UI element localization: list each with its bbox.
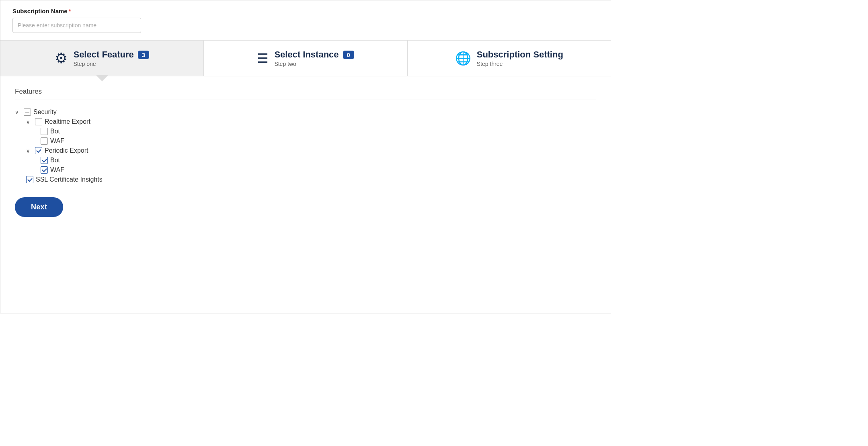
checkbox-waf-pe[interactable] <box>41 166 48 174</box>
globe-icon: 🌐 <box>455 52 471 65</box>
checkbox-waf-rt[interactable] <box>41 137 48 145</box>
step-select-feature[interactable]: ⚙ Select Feature 3 Step one <box>0 41 204 76</box>
checkbox-periodic-export[interactable] <box>35 147 42 154</box>
step-sub-1: Step one <box>73 61 149 67</box>
step-title-1: Select Feature <box>73 49 133 60</box>
label-security: Security <box>33 108 57 116</box>
step-arrow-1 <box>96 76 108 82</box>
tree-row-waf-pe: WAF <box>15 165 596 175</box>
feature-tree: ∨ Security ∨ Realtime Export Bot WAF ∨ P… <box>15 107 596 184</box>
chevron-realtime-export[interactable]: ∨ <box>26 119 33 125</box>
checkbox-bot-pe[interactable] <box>41 157 48 164</box>
next-button[interactable]: Next <box>15 197 63 217</box>
field-label-text: Subscription Name <box>12 8 68 14</box>
step-title-row-1: Select Feature 3 <box>73 49 149 60</box>
checkbox-ssl[interactable] <box>26 176 33 183</box>
step-info-select-instance: Select Instance 0 Step two <box>274 49 354 67</box>
tree-row-security: ∨ Security <box>15 107 596 117</box>
step-title-3: Subscription Setting <box>477 49 563 60</box>
list-icon: ☰ <box>257 52 269 65</box>
tree-row-waf-rt: WAF <box>15 136 596 146</box>
step-subscription-setting[interactable]: 🌐 Subscription Setting Step three <box>408 41 611 76</box>
step-sub-3: Step three <box>477 61 563 67</box>
chevron-periodic-export[interactable]: ∨ <box>26 148 33 154</box>
chevron-security[interactable]: ∨ <box>15 109 21 115</box>
step-badge-2: 0 <box>343 51 354 59</box>
label-periodic-export: Periodic Export <box>45 147 88 154</box>
tree-row-bot-rt: Bot <box>15 127 596 136</box>
features-label: Features <box>15 88 596 96</box>
step-title-row-2: Select Instance 0 <box>274 49 354 60</box>
step-info-select-feature: Select Feature 3 Step one <box>73 49 149 67</box>
checkbox-security[interactable] <box>24 108 31 116</box>
subscription-name-input[interactable] <box>12 18 141 33</box>
tree-row-bot-pe: Bot <box>15 155 596 165</box>
tree-row-periodic-export: ∨ Periodic Export <box>15 146 596 155</box>
step-title-row-3: Subscription Setting <box>477 49 563 60</box>
label-bot-rt: Bot <box>50 128 60 135</box>
field-label: Subscription Name* <box>12 8 599 14</box>
tree-row-ssl: SSL Certificate Insights <box>15 175 596 184</box>
main-content: Features ∨ Security ∨ Realtime Export Bo… <box>0 76 611 228</box>
gear-icon: ⚙ <box>55 51 68 65</box>
subscription-name-section: Subscription Name* <box>0 0 611 41</box>
label-ssl: SSL Certificate Insights <box>36 176 103 183</box>
label-waf-rt: WAF <box>50 137 64 145</box>
checkbox-bot-rt[interactable] <box>41 128 48 135</box>
required-marker: * <box>69 8 71 14</box>
divider <box>15 100 596 100</box>
steps-bar: ⚙ Select Feature 3 Step one ☰ Select Ins… <box>0 41 611 76</box>
label-bot-pe: Bot <box>50 157 60 164</box>
step-title-2: Select Instance <box>274 49 339 60</box>
tree-row-realtime-export: ∨ Realtime Export <box>15 117 596 127</box>
step-badge-1: 3 <box>138 51 149 59</box>
step-info-subscription-setting: Subscription Setting Step three <box>477 49 563 67</box>
label-waf-pe: WAF <box>50 166 64 174</box>
label-realtime-export: Realtime Export <box>45 118 90 125</box>
checkbox-realtime-export[interactable] <box>35 118 42 125</box>
step-sub-2: Step two <box>274 61 354 67</box>
step-select-instance[interactable]: ☰ Select Instance 0 Step two <box>204 41 407 76</box>
